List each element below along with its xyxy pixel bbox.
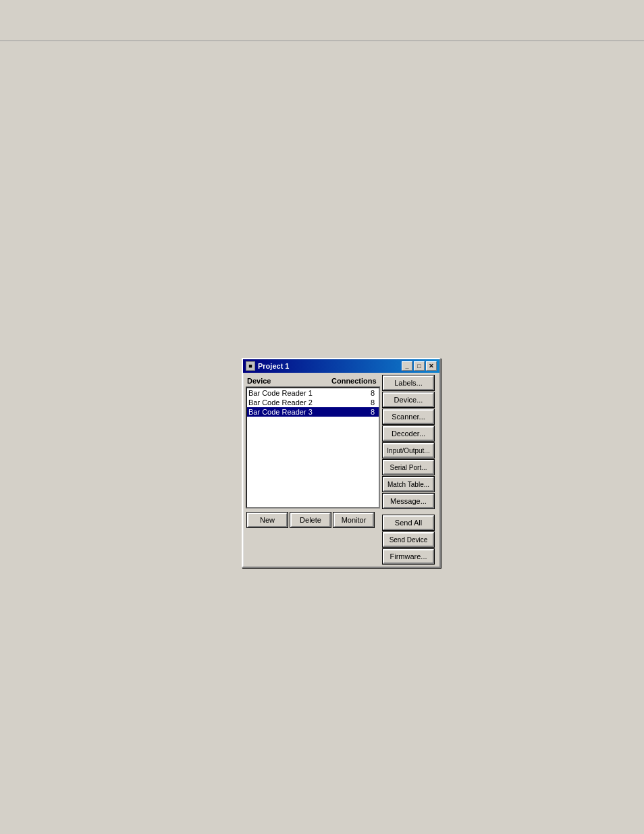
title-bar-left: ■ Project 1 (246, 361, 289, 371)
new-button[interactable]: New (247, 513, 288, 527)
maximize-button[interactable]: □ (414, 361, 425, 371)
dialog-content: Device Connections Bar Code Reader 1 8 B… (243, 373, 439, 567)
table-row[interactable]: Bar Code Reader 1 8 (247, 388, 379, 398)
device-button[interactable]: Device... (383, 392, 434, 407)
table-row-selected[interactable]: Bar Code Reader 3 8 (247, 407, 379, 417)
window-icon: ■ (246, 361, 255, 371)
decoder-button[interactable]: Decoder... (383, 426, 434, 441)
monitor-button[interactable]: Monitor (333, 513, 374, 527)
col-device-header: Device (247, 377, 331, 385)
col-connections-header: Connections (331, 377, 379, 385)
table-row[interactable]: Bar Code Reader 2 8 (247, 398, 379, 407)
serial-port-button[interactable]: Serial Port... (383, 460, 434, 475)
title-buttons: _ □ ✕ (402, 361, 437, 371)
message-button[interactable]: Message... (383, 494, 434, 509)
send-all-button[interactable]: Send All (383, 515, 434, 530)
connections-val: 8 (330, 408, 377, 416)
dialog-window: ■ Project 1 _ □ ✕ Device Connections Bar… (242, 358, 441, 568)
bottom-buttons: New Delete Monitor (246, 510, 380, 530)
firmware-button[interactable]: Firmware... (383, 549, 434, 564)
right-panel: Labels... Device... Scanner... Decoder..… (383, 375, 437, 564)
connections-val: 8 (330, 389, 377, 397)
table-header: Device Connections (246, 375, 380, 387)
labels-button[interactable]: Labels... (383, 375, 434, 390)
delete-button[interactable]: Delete (290, 513, 331, 527)
input-output-button[interactable]: Input/Output... (383, 443, 434, 458)
close-button[interactable]: ✕ (426, 361, 437, 371)
send-device-button[interactable]: Send Device (383, 532, 434, 547)
title-bar[interactable]: ■ Project 1 _ □ ✕ (243, 359, 439, 373)
connections-val: 8 (330, 398, 377, 407)
match-table-button[interactable]: Match Table... (383, 477, 434, 492)
left-panel: Device Connections Bar Code Reader 1 8 B… (246, 375, 380, 564)
device-table[interactable]: Bar Code Reader 1 8 Bar Code Reader 2 8 … (246, 387, 380, 509)
device-name: Bar Code Reader 2 (248, 398, 330, 407)
minimize-button[interactable]: _ (402, 361, 412, 371)
window-title: Project 1 (258, 362, 289, 370)
scanner-button[interactable]: Scanner... (383, 409, 434, 424)
device-name: Bar Code Reader 1 (248, 389, 330, 397)
device-name: Bar Code Reader 3 (248, 408, 330, 416)
